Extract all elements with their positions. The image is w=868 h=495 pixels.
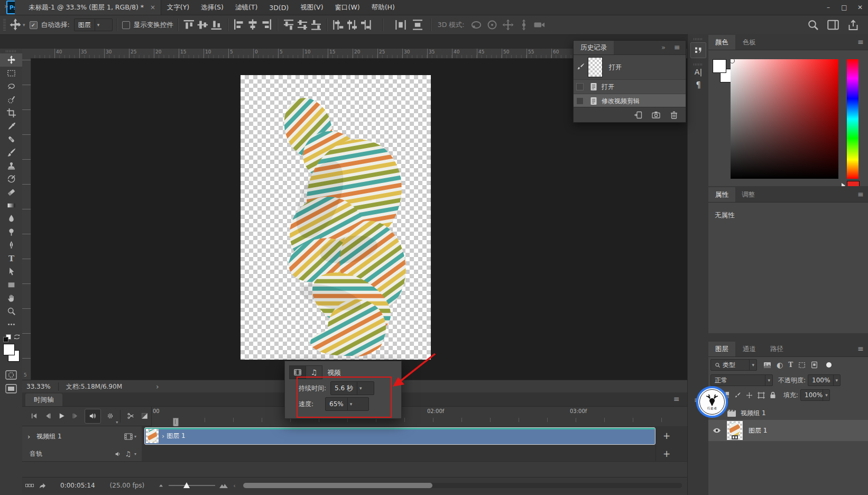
- color-picker-marker[interactable]: [730, 58, 735, 63]
- mute-audio-button[interactable]: [85, 409, 101, 424]
- transition-icon[interactable]: [137, 410, 151, 423]
- video-group-row[interactable]: › 视频组 1: [708, 406, 868, 420]
- distribute-center-icon[interactable]: [346, 19, 358, 31]
- tab-layers[interactable]: 图层: [708, 342, 735, 356]
- more-tools-icon[interactable]: [0, 318, 22, 331]
- lock-position-icon[interactable]: [746, 392, 753, 399]
- tab-adjustments[interactable]: 调整: [735, 187, 762, 202]
- minimize-button[interactable]: –: [820, 1, 836, 14]
- move-tool[interactable]: [0, 53, 22, 67]
- split-clip-icon[interactable]: [124, 410, 137, 423]
- swap-colors-icon[interactable]: [13, 333, 21, 341]
- menu-item[interactable]: 3D(D): [263, 0, 294, 15]
- fill-dropdown[interactable]: 100% ▾: [800, 389, 830, 401]
- filter-toggle-icon[interactable]: [826, 362, 832, 368]
- auto-select-checkbox[interactable]: ✓: [30, 21, 38, 29]
- duration-dropdown[interactable]: 5.6 秒 ▾: [330, 381, 374, 395]
- rectangle-tool[interactable]: [0, 278, 22, 291]
- timeline-tab[interactable]: 时间轴: [25, 393, 62, 406]
- pen-tool[interactable]: [0, 239, 22, 252]
- play-button[interactable]: [55, 410, 69, 423]
- zoom-level-field[interactable]: 33.33%: [26, 383, 51, 390]
- expand-chevron-icon[interactable]: ›: [27, 433, 30, 441]
- history-brush-source-icon[interactable]: [577, 63, 585, 71]
- ruler-corner[interactable]: [22, 49, 31, 59]
- video-track-lane[interactable]: › 图层 1: [142, 426, 687, 447]
- close-tab-icon[interactable]: ×: [150, 4, 155, 11]
- blur-tool[interactable]: [0, 212, 22, 225]
- music-note-icon[interactable]: ♫: [125, 450, 131, 458]
- dodge-tool[interactable]: [0, 225, 22, 239]
- path-selection-tool[interactable]: [0, 265, 22, 278]
- zoom-slider-thumb[interactable]: [183, 482, 190, 488]
- video-tab-icon[interactable]: [289, 365, 306, 379]
- brush-tool[interactable]: [0, 146, 22, 159]
- playhead-handle[interactable]: [173, 418, 179, 427]
- timeline-ruler[interactable]: 00 02:00f 03:00f: [151, 406, 688, 427]
- document-canvas[interactable]: [241, 75, 431, 360]
- align-middle-icon[interactable]: [197, 19, 209, 31]
- filter-adjustment-icon[interactable]: ◐: [777, 361, 783, 369]
- previous-frame-button[interactable]: [41, 410, 55, 423]
- eraser-tool[interactable]: [0, 186, 22, 199]
- snapshot-thumbnail[interactable]: [588, 57, 603, 77]
- tab-color[interactable]: 颜色: [708, 35, 735, 50]
- audio-track-lane[interactable]: [142, 446, 687, 462]
- quick-mask-icon[interactable]: [5, 370, 17, 380]
- vertical-ruler[interactable]: 5: [22, 58, 31, 380]
- chevron-down-icon[interactable]: ▾: [23, 22, 25, 28]
- close-button[interactable]: ✕: [852, 1, 868, 14]
- saturation-brightness-field[interactable]: [731, 59, 838, 179]
- eye-icon[interactable]: [713, 427, 721, 434]
- lock-all-icon[interactable]: [770, 391, 776, 399]
- hand-tool[interactable]: [0, 291, 22, 305]
- distribute-right-icon[interactable]: [359, 19, 372, 31]
- first-frame-button[interactable]: [27, 410, 41, 423]
- add-video-button[interactable]: +: [661, 430, 672, 441]
- character-panel-icon[interactable]: A|: [688, 68, 709, 76]
- distribute-v-spacing-icon[interactable]: [411, 19, 424, 31]
- lock-pixels-icon[interactable]: [734, 392, 741, 399]
- camera-snapshot-icon[interactable]: [650, 109, 662, 121]
- show-transform-checkbox[interactable]: [122, 21, 130, 29]
- blend-mode-dropdown[interactable]: 正常 ▾: [710, 374, 773, 386]
- maximize-button[interactable]: □: [836, 1, 852, 14]
- properties-panel-menu-icon[interactable]: ≡: [857, 190, 864, 198]
- crop-tool[interactable]: [0, 106, 22, 120]
- hue-slider[interactable]: [847, 59, 858, 179]
- paragraph-panel-icon[interactable]: ¶: [688, 80, 709, 90]
- scroll-left-icon[interactable]: ‹: [233, 482, 235, 489]
- collapsed-panel-icon[interactable]: [690, 42, 706, 58]
- search-icon[interactable]: [807, 19, 819, 31]
- layer-filter-dropdown[interactable]: 类型 ▾: [710, 359, 757, 371]
- move-tool-icon[interactable]: [9, 19, 22, 31]
- menu-item[interactable]: 文字(Y): [161, 0, 195, 15]
- menu-item[interactable]: 窗口(W): [329, 0, 366, 15]
- frame-view-icon[interactable]: [23, 480, 36, 491]
- trash-icon[interactable]: [668, 109, 680, 121]
- add-audio-button[interactable]: +: [661, 448, 672, 459]
- foreground-color-swatch[interactable]: [713, 59, 726, 73]
- history-menu-icon[interactable]: ≡: [674, 43, 680, 51]
- zoom-tool[interactable]: [0, 305, 22, 318]
- align-center-icon[interactable]: [246, 19, 259, 31]
- auto-select-dropdown[interactable]: 图层 ▾: [74, 19, 113, 31]
- filter-smart-object-icon[interactable]: [811, 361, 818, 369]
- layer-thumbnail[interactable]: [727, 421, 742, 439]
- filter-type-icon[interactable]: T: [788, 361, 793, 369]
- clone-stamp-tool[interactable]: [0, 159, 22, 172]
- distribute-h-spacing-icon[interactable]: [394, 19, 407, 31]
- history-checkbox[interactable]: [576, 97, 584, 105]
- distribute-left-icon[interactable]: [332, 19, 345, 31]
- lasso-tool[interactable]: [0, 80, 22, 93]
- menu-item[interactable]: 选择(S): [195, 0, 229, 15]
- tab-paths[interactable]: 路径: [763, 342, 790, 356]
- zoom-in-icon[interactable]: [219, 483, 228, 488]
- history-checkbox[interactable]: [576, 83, 584, 90]
- expand-chevron-icon[interactable]: ›: [162, 432, 164, 440]
- speed-dropdown[interactable]: 65% ▾: [325, 397, 369, 411]
- marquee-tool[interactable]: [0, 67, 22, 80]
- zoom-out-icon[interactable]: [158, 483, 164, 488]
- history-step-row[interactable]: 打开: [574, 80, 686, 94]
- screen-mode-icon[interactable]: [5, 384, 17, 393]
